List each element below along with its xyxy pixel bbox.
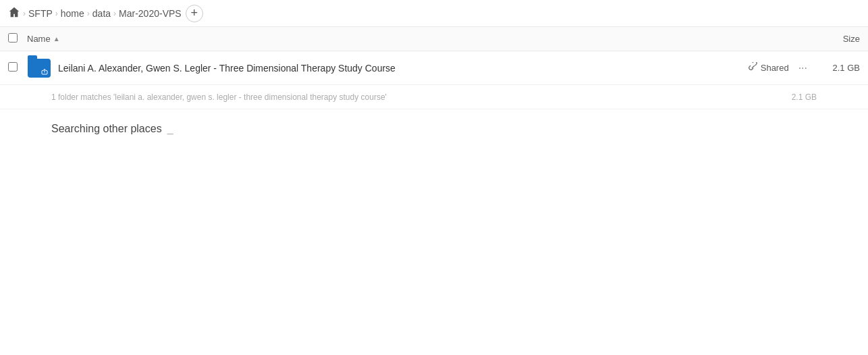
row-checkbox[interactable] — [8, 62, 18, 72]
breadcrumb-data[interactable]: data — [92, 8, 111, 19]
folder-icon — [28, 59, 51, 78]
more-options-button[interactable]: ··· — [794, 61, 811, 76]
folder-link-icon — [41, 68, 48, 76]
breadcrumb-mar2020vps[interactable]: Mar-2020-VPS — [119, 8, 182, 19]
file-actions: Shared ··· — [749, 61, 811, 76]
breadcrumb-add-button[interactable]: + — [186, 5, 203, 22]
shared-label: Shared — [761, 63, 789, 73]
result-info-row: 1 folder matches 'leilani a. alexander, … — [0, 85, 868, 109]
shared-badge: Shared — [749, 62, 789, 74]
result-size: 2.1 GB — [792, 92, 817, 102]
home-icon — [8, 6, 20, 20]
result-text: 1 folder matches 'leilani a. alexander, … — [51, 92, 792, 102]
table-row[interactable]: Leilani A. Alexander, Gwen S. Legler - T… — [0, 51, 868, 85]
column-size-header: Size — [806, 34, 860, 44]
breadcrumb-home[interactable] — [8, 6, 20, 20]
select-all-checkbox[interactable] — [8, 33, 18, 43]
breadcrumb-sep-2: › — [87, 9, 90, 18]
searching-section: Searching other places _ — [0, 109, 868, 148]
file-name-label: Leilani A. Alexander, Gwen S. Legler - T… — [58, 63, 749, 74]
file-icon — [27, 56, 51, 80]
breadcrumb-home-dir[interactable]: home — [61, 8, 84, 19]
file-size: 2.1 GB — [819, 63, 860, 73]
column-name-header[interactable]: Name ▲ — [27, 34, 806, 44]
breadcrumb-sftp[interactable]: SFTP — [28, 8, 53, 19]
breadcrumb-sep-1: › — [55, 9, 58, 18]
link-icon — [749, 62, 758, 74]
row-checkbox-cell — [8, 62, 27, 74]
searching-indicator: _ — [167, 123, 173, 135]
sort-arrow-icon: ▲ — [53, 35, 60, 43]
table-header: Name ▲ Size — [0, 27, 868, 51]
header-checkbox-cell — [8, 33, 27, 45]
searching-label: Searching other places — [51, 123, 162, 135]
breadcrumb: › SFTP › home › data › Mar-2020-VPS + — [0, 0, 868, 27]
breadcrumb-sep-3: › — [113, 9, 116, 18]
breadcrumb-sep-0: › — [23, 9, 26, 18]
